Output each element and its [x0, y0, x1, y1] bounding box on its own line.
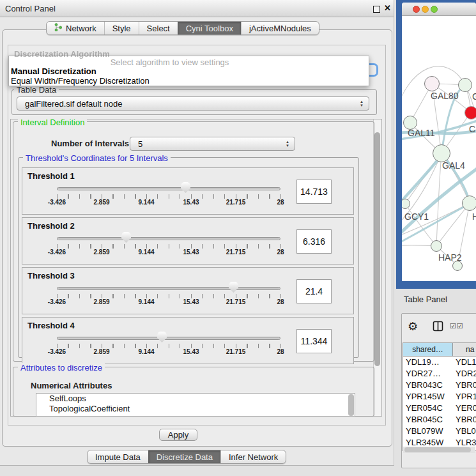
cell-name: YBL0	[456, 426, 476, 437]
cell-name: YPR1	[456, 391, 476, 403]
discretization-algorithm-group-title: Discretization Algorithm	[14, 49, 110, 59]
threshold-2-label: Threshold 2	[27, 221, 75, 231]
tick-label: -3.426	[48, 348, 66, 355]
cell-shared-name: YDR27…	[406, 368, 441, 380]
num-intervals-spinner[interactable]: 5 ▲▼	[130, 137, 295, 151]
popup-item-equal-width-frequency[interactable]: Equal Width/Frequency Discretization	[11, 76, 150, 86]
threshold-2-value-field[interactable]: 6.316	[296, 229, 332, 254]
column-header-shared-name[interactable]: shared…	[403, 343, 453, 357]
table-row[interactable]: YDL19…YDL1	[403, 357, 476, 368]
threshold-3-value-field[interactable]: 21.4	[296, 279, 332, 303]
threshold-2-slider-thumb[interactable]	[121, 232, 131, 243]
spinner-stepper-icon: ▲▼	[286, 140, 289, 148]
thresholds-group-title: Threshold's Coordinates for 5 Intervals	[23, 153, 171, 163]
tick-label: 2.859	[93, 249, 109, 256]
threshold-4-ticks	[57, 344, 281, 348]
table-data-group-title: Table Data	[14, 85, 59, 95]
numerical-attributes-list[interactable]: SelfLoops TopologicalCoefficient Between…	[36, 393, 355, 417]
threshold-1-label: Threshold 1	[27, 171, 75, 181]
node-label-clipped-h: H	[472, 211, 476, 222]
columns-icon[interactable]	[433, 321, 443, 334]
threshold-4-slider-thumb[interactable]	[157, 332, 167, 342]
threshold-3-slider-track[interactable]	[57, 287, 280, 290]
num-intervals-value: 5	[130, 139, 142, 149]
node-label-clipped-right: GA	[472, 91, 476, 102]
table-row[interactable]: YBR043CYBR0	[403, 380, 476, 391]
gear-icon[interactable]: ⚙	[408, 319, 418, 334]
apply-button[interactable]: Apply	[159, 429, 197, 441]
tab-infer-network-label: Infer Network	[229, 452, 278, 462]
close-traffic-light[interactable]	[413, 6, 420, 13]
node-hap2[interactable]	[431, 240, 442, 252]
network-window-titlebar	[402, 3, 476, 16]
tick-label: 15.43	[183, 249, 199, 256]
cell-shared-name: YPR145W	[406, 391, 445, 403]
table-row[interactable]: YBL079WYBL0	[403, 426, 476, 437]
control-panel-titlebar: Control Panel ✕	[0, 0, 394, 17]
popup-item-manual-discretization[interactable]: Manual Discretization	[11, 66, 96, 76]
close-icon[interactable]: ✕	[384, 3, 391, 13]
cell-name: YBR0	[456, 380, 476, 391]
tab-network[interactable]: Network	[47, 22, 104, 35]
table-row[interactable]: YER054CYER0	[403, 403, 476, 414]
horizontal-scrollbar-track[interactable]	[403, 447, 475, 453]
node-gal80[interactable]	[424, 76, 440, 91]
node-label-gal80: GAL80	[431, 91, 459, 101]
minimize-traffic-light[interactable]	[422, 6, 429, 13]
table-row[interactable]: YDR27…YDR2	[403, 368, 476, 380]
list-item[interactable]: SelfLoops	[36, 394, 355, 404]
threshold-2-ticks	[57, 244, 281, 249]
threshold-2-slider-track[interactable]	[57, 237, 280, 240]
tab-style[interactable]: Style	[104, 22, 139, 35]
vertical-scrollbar-thumb[interactable]	[374, 132, 380, 366]
numerical-attributes-label: Numerical Attributes	[31, 381, 112, 390]
node-right-middle[interactable]	[462, 196, 476, 211]
table-data-combobox[interactable]: galFiltered.sif default node ▲▼	[17, 96, 369, 111]
column-header-name[interactable]: na	[453, 343, 476, 357]
tab-discretize-data[interactable]: Discretize Data	[148, 450, 220, 463]
threshold-4-slider-track[interactable]	[57, 337, 280, 340]
threshold-3-box: Threshold 3 -3.426 2.859 9.144 15.43 21.…	[22, 267, 354, 314]
cell-name: YBR0	[456, 414, 476, 426]
node-label-gal4: GAL4	[442, 160, 465, 171]
list-scrollbar-thumb[interactable]	[348, 394, 354, 416]
bottom-tab-bar: Impute Data Discretize Data Infer Networ…	[87, 450, 286, 464]
tab-jactivemnodules-label: jActiveMNodules	[249, 24, 311, 33]
checkbox-columns-icon[interactable]: ☑☑	[450, 322, 464, 330]
tick-label: 15.43	[183, 348, 199, 355]
table-row[interactable]: YBR045CYBR0	[403, 414, 476, 426]
tab-select[interactable]: Select	[139, 22, 178, 35]
threshold-3-slider-thumb[interactable]	[229, 282, 238, 293]
threshold-1-slider-thumb[interactable]	[181, 182, 190, 193]
node-label-clipped-c: C	[469, 124, 475, 134]
node-label-gcy1: GCY1	[404, 211, 429, 222]
node-top-right[interactable]	[458, 78, 472, 92]
horizontal-scrollbar-thumb[interactable]	[404, 447, 471, 452]
tab-select-label: Select	[147, 24, 170, 33]
threshold-1-slider-track[interactable]	[57, 187, 280, 190]
tab-cyni-toolbox[interactable]: Cyni Toolbox	[178, 22, 241, 35]
list-item[interactable]: TopologicalCoefficient	[36, 404, 355, 414]
tab-infer-network[interactable]: Infer Network	[220, 450, 286, 463]
node-red-selected[interactable]	[464, 106, 476, 119]
tick-label: 2.859	[93, 298, 109, 305]
tab-impute-data[interactable]: Impute Data	[88, 450, 148, 463]
threshold-1-value-field[interactable]: 14.713	[296, 180, 332, 204]
zoom-traffic-light[interactable]	[431, 6, 438, 13]
threshold-4-value-field[interactable]: 11.344	[296, 329, 332, 353]
tab-impute-data-label: Impute Data	[95, 452, 141, 462]
node-attribute-table[interactable]: shared… na YDL19…YDL1 YDR27…YDR2 YBR043C…	[403, 342, 476, 451]
node-gal4[interactable]	[433, 144, 450, 162]
network-canvas[interactable]: GAL80 GA C GAL11 GAL4 GCY1 H HAP2	[402, 16, 476, 280]
float-window-icon[interactable]	[373, 6, 380, 13]
tab-jactivemnodules[interactable]: jActiveMNodules	[241, 22, 319, 35]
cell-shared-name: YBR043C	[406, 380, 443, 391]
cell-shared-name: YBL079W	[406, 426, 443, 437]
cell-name: YDR2	[456, 368, 476, 380]
cell-shared-name: YER054C	[406, 403, 443, 414]
threshold-3-label: Threshold 3	[27, 271, 75, 280]
table-row[interactable]: YPR145WYPR1	[403, 391, 476, 403]
threshold-2-box: Threshold 2 -3.426 2.859 9.144 15.43 21.…	[22, 217, 354, 265]
list-item[interactable]: BetweennessCentrality	[36, 414, 355, 417]
num-intervals-label: Number of Intervals	[51, 139, 129, 148]
